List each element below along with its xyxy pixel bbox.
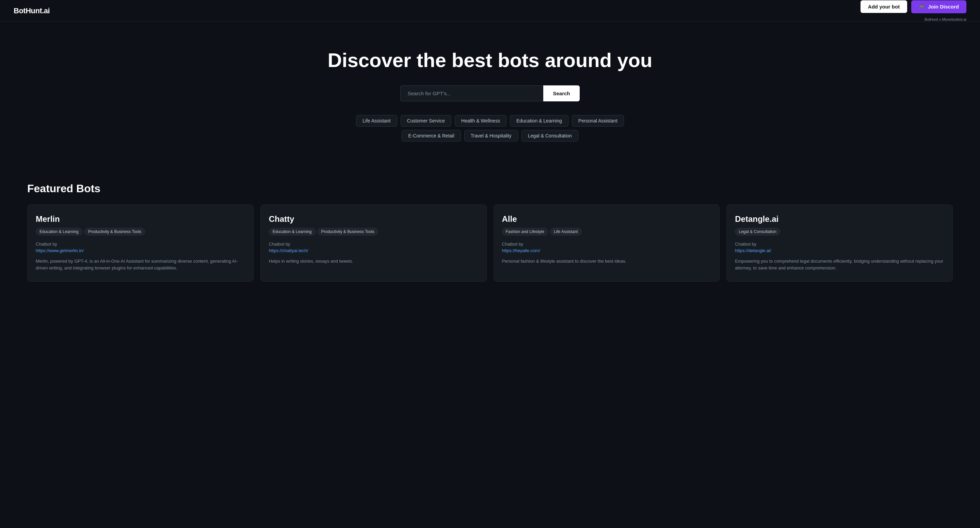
navbar-buttons: Add your bot 🎮 Join Discord (861, 0, 966, 13)
hero-section: Discover the best bots around you Search… (0, 22, 980, 162)
bot-tags-3: Legal & Consultation (735, 228, 944, 235)
bot-link-0[interactable]: https://www.getmerlin.in/ (36, 248, 245, 253)
add-bot-button[interactable]: Add your bot (861, 0, 907, 13)
search-container: Search (14, 86, 966, 101)
bot-tag: Productivity & Business Tools (318, 228, 379, 235)
category-tag-travel-hospitality[interactable]: Travel & Hospitality (464, 130, 518, 141)
bot-card-1: ChattyEducation & LearningProductivity &… (260, 205, 487, 282)
discord-icon: 🎮 (919, 4, 925, 10)
category-tag-personal-assistant[interactable]: Personal Assistant (572, 115, 624, 127)
navbar-subtext: BotHunt x Monetizebot.ai (924, 17, 966, 21)
hero-title: Discover the best bots around you (14, 49, 966, 72)
bot-name-0: Merlin (36, 214, 245, 224)
bot-link-1[interactable]: https://chattyai.tech/ (269, 248, 478, 253)
bot-link-3[interactable]: https://detangle.ai/ (735, 248, 944, 253)
bot-description-3: Empowering you to comprehend legal docum… (735, 258, 944, 272)
categories-container: Life AssistantCustomer ServiceHealth & W… (337, 115, 643, 141)
bots-grid: MerlinEducation & LearningProductivity &… (27, 205, 953, 282)
bot-by-1: Chatbot by (269, 241, 478, 247)
bot-tag: Fashion and Lifestyle (502, 228, 548, 235)
category-tag-ecommerce-retail[interactable]: E-Commerce & Retail (402, 130, 461, 141)
bot-by-2: Chatbot by (502, 241, 711, 247)
bot-card-3: Detangle.aiLegal & ConsultationChatbot b… (726, 205, 953, 282)
bot-tags-0: Education & LearningProductivity & Busin… (36, 228, 245, 235)
category-tag-life-assistant[interactable]: Life Assistant (356, 115, 397, 127)
discord-label: Join Discord (928, 4, 959, 10)
bot-card-0: MerlinEducation & LearningProductivity &… (27, 205, 254, 282)
category-tag-legal-consultation[interactable]: Legal & Consultation (522, 130, 578, 141)
bot-tags-1: Education & LearningProductivity & Busin… (269, 228, 478, 235)
bot-link-2[interactable]: https://heyalle.com/ (502, 248, 711, 253)
join-discord-button[interactable]: 🎮 Join Discord (911, 0, 966, 13)
search-button[interactable]: Search (543, 86, 579, 101)
navbar-actions: Add your bot 🎮 Join Discord BotHunt x Mo… (861, 0, 966, 21)
search-input[interactable] (400, 86, 543, 101)
bot-tag: Life Assistant (550, 228, 582, 235)
bot-name-2: Alle (502, 214, 711, 224)
bot-description-2: Personal fashion & lifestyle assistant t… (502, 258, 711, 265)
site-logo: BotHunt.ai (14, 6, 50, 15)
bot-tag: Education & Learning (269, 228, 315, 235)
bot-description-1: Helps in writing stories, essays and twe… (269, 258, 478, 265)
featured-section: Featured Bots MerlinEducation & Learning… (0, 162, 980, 296)
navbar: BotHunt.ai Add your bot 🎮 Join Discord B… (0, 0, 980, 22)
bot-tag: Legal & Consultation (735, 228, 780, 235)
bot-tag: Productivity & Business Tools (84, 228, 145, 235)
bot-name-1: Chatty (269, 214, 478, 224)
bot-by-0: Chatbot by (36, 241, 245, 247)
featured-title: Featured Bots (27, 182, 953, 195)
category-tag-education-learning[interactable]: Education & Learning (510, 115, 568, 127)
bot-by-3: Chatbot by (735, 241, 944, 247)
bot-name-3: Detangle.ai (735, 214, 944, 224)
category-tag-customer-service[interactable]: Customer Service (401, 115, 451, 127)
bot-description-0: Merlin, powered by GPT-4, is an All-in-O… (36, 258, 245, 272)
bot-tag: Education & Learning (36, 228, 83, 235)
bot-tags-2: Fashion and LifestyleLife Assistant (502, 228, 711, 235)
bot-card-2: AlleFashion and LifestyleLife AssistantC… (493, 205, 720, 282)
category-tag-health-wellness[interactable]: Health & Wellness (455, 115, 506, 127)
